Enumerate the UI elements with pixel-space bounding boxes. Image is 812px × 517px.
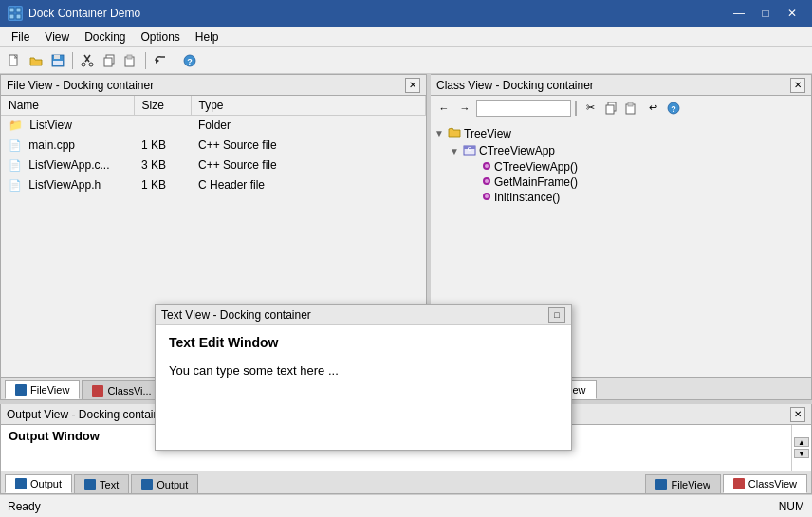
cut-button[interactable] <box>77 50 98 71</box>
text-view-content[interactable]: Text Edit Window You can type some text … <box>156 325 571 450</box>
svg-point-11 <box>89 63 93 66</box>
tree-expand-1[interactable]: ▼ <box>450 146 463 157</box>
file-type-1: C++ Source file <box>191 136 426 156</box>
toolbar-separator-2 <box>145 52 146 69</box>
svg-point-33 <box>485 194 489 198</box>
file-type-0: Folder <box>191 116 426 136</box>
minimize-button[interactable]: — <box>727 4 751 23</box>
class-paste-btn[interactable] <box>622 99 641 118</box>
cpp-file-icon-2: 📄 <box>9 159 22 171</box>
tab-output-2[interactable]: Output <box>131 474 198 493</box>
class-cut-btn[interactable]: ✂ <box>581 99 600 118</box>
toolbar-separator-1 <box>72 52 73 69</box>
tree-expand-0[interactable]: ▼ <box>434 128 448 138</box>
cpp-file-icon: 📄 <box>9 139 22 151</box>
tree-item-initinstance[interactable]: InitInstance() <box>434 190 807 205</box>
output-title: Output View - Docking container <box>7 408 170 421</box>
bottom-fileview-icon <box>655 479 667 490</box>
menu-help[interactable]: Help <box>188 28 227 46</box>
copy-button[interactable] <box>99 50 120 71</box>
table-row[interactable]: 📄 ListViewApp.h 1 KB C Header file <box>1 175 426 195</box>
folder-icon: 📁 <box>9 119 23 132</box>
undo-button[interactable] <box>150 50 171 71</box>
file-name-2: 📄 ListViewApp.c... <box>1 156 134 175</box>
class-undo-btn[interactable]: ↩ <box>643 99 662 118</box>
tab-fileview-left[interactable]: FileView <box>5 380 80 399</box>
method-icon-getmainframe <box>482 175 491 189</box>
output-tab-icon-3 <box>141 479 153 490</box>
tree-label-initinstance: InitInstance() <box>494 191 560 204</box>
maximize-button[interactable]: □ <box>753 4 778 23</box>
class-view-close[interactable]: ✕ <box>790 78 805 93</box>
file-size-3: 1 KB <box>134 175 191 195</box>
table-row[interactable]: 📄 main.cpp 1 KB C++ Source file <box>1 136 426 156</box>
svg-point-29 <box>485 164 489 168</box>
file-view-header: File View - Docking container ✕ <box>1 75 426 96</box>
svg-rect-3 <box>16 14 21 19</box>
method-icon-initinstance <box>482 191 491 204</box>
file-table: Name Size Type 📁 ListView Folder <box>1 96 426 195</box>
col-size: Size <box>134 96 191 116</box>
tab-output-text[interactable]: Text <box>74 474 129 493</box>
file-name-1: 📄 main.cpp <box>1 136 134 156</box>
save-button[interactable] <box>47 50 68 71</box>
tree-item-constructor[interactable]: CTreeViewApp() <box>434 159 807 175</box>
file-name-0: 📁 ListView <box>1 116 134 136</box>
text-view-title: Text View - Docking container <box>161 308 311 322</box>
svg-text:?: ? <box>671 104 676 114</box>
classview-tab-icon-left <box>92 385 103 397</box>
class-forward-btn[interactable]: → <box>455 99 474 118</box>
help-button[interactable]: ? <box>179 50 200 71</box>
svg-rect-7 <box>53 61 63 65</box>
close-button[interactable]: ✕ <box>780 4 804 23</box>
tab-fileview-bottom[interactable]: FileView <box>645 474 720 493</box>
file-size-2: 3 KB <box>134 156 191 175</box>
table-row[interactable]: 📁 ListView Folder <box>1 116 426 136</box>
svg-rect-15 <box>127 55 132 59</box>
scroll-up-btn[interactable]: ▲ <box>794 437 809 447</box>
menu-options[interactable]: Options <box>134 28 188 46</box>
open-button[interactable] <box>26 50 46 71</box>
menu-bar: File View Docking Options Help <box>0 27 812 47</box>
output-tab-icon-2 <box>84 479 96 490</box>
tree-item-ctreeviewapp[interactable]: ▼ C CTreeViewApp <box>434 142 807 159</box>
class-toolbar: ← → ✂ ↩ ? <box>431 96 811 120</box>
scroll-down-btn[interactable]: ▼ <box>794 449 809 458</box>
file-type-3: C Header file <box>191 175 426 195</box>
menu-file[interactable]: File <box>4 28 37 46</box>
svg-point-31 <box>485 179 489 183</box>
output-tab-icon-1 <box>15 478 27 489</box>
output-heading: Output Window <box>9 429 100 443</box>
tab-classview-bottom[interactable]: ClassView <box>723 474 807 493</box>
text-view-floating: Text View - Docking container □ Text Edi… <box>155 304 572 451</box>
paste-button[interactable] <box>120 50 141 71</box>
output-close[interactable]: ✕ <box>790 407 805 422</box>
app-icon <box>8 6 23 21</box>
file-size-0 <box>134 116 191 136</box>
text-edit-heading: Text Edit Window <box>169 335 558 350</box>
new-button[interactable] <box>4 50 25 71</box>
menu-view[interactable]: View <box>37 28 77 46</box>
menu-docking[interactable]: Docking <box>77 28 133 46</box>
col-type: Type <box>191 96 426 116</box>
tab-classview-left[interactable]: ClassVi... <box>82 380 161 399</box>
class-help-btn[interactable]: ? <box>664 99 683 118</box>
svg-point-10 <box>82 63 85 66</box>
svg-marker-16 <box>156 58 159 64</box>
bottom-classview-icon <box>733 478 745 489</box>
window-controls: — □ ✕ <box>727 4 804 23</box>
tab-output-1[interactable]: Output <box>5 474 72 493</box>
file-view-close[interactable]: ✕ <box>405 78 420 93</box>
file-type-2: C++ Source file <box>191 156 426 175</box>
class-search-input[interactable] <box>476 100 571 117</box>
svg-rect-1 <box>16 8 21 12</box>
class-back-btn[interactable]: ← <box>434 99 453 118</box>
tree-item-getmainframe[interactable]: GetMainFrame() <box>434 175 807 190</box>
class-copy-btn[interactable] <box>601 99 620 118</box>
status-left: Ready <box>8 500 41 513</box>
class-toolbar-sep <box>575 101 577 116</box>
text-view-restore[interactable]: □ <box>548 307 565 323</box>
text-view-header: Text View - Docking container □ <box>156 305 571 325</box>
tree-item-treeview[interactable]: ▼ TreeView <box>434 124 807 142</box>
table-row[interactable]: 📄 ListViewApp.c... 3 KB C++ Source file <box>1 156 426 175</box>
